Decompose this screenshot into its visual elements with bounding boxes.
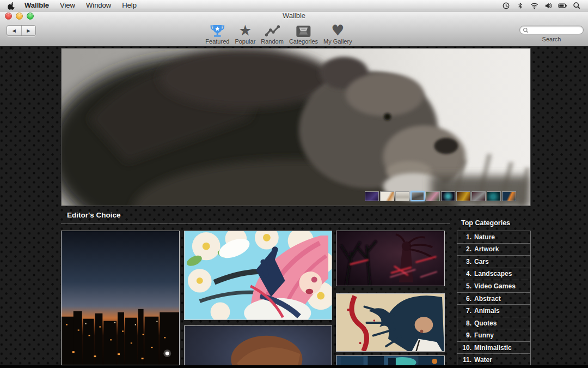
wifi-icon[interactable] bbox=[530, 1, 539, 10]
category-rank: 9. bbox=[457, 331, 471, 339]
tab-popular-label: Popular bbox=[235, 38, 255, 45]
trophy-icon bbox=[210, 21, 225, 38]
hero-thumbnail-3[interactable] bbox=[395, 191, 409, 201]
category-rank: 7. bbox=[457, 307, 471, 315]
category-funny[interactable]: 9.Funny bbox=[457, 329, 530, 341]
category-rank: 3. bbox=[457, 258, 471, 266]
category-label: Funny bbox=[474, 331, 494, 339]
screen: Wallble View Window Help bbox=[0, 0, 588, 368]
anime-pink-image bbox=[185, 231, 332, 319]
hero-thumbnail-6[interactable] bbox=[441, 191, 455, 201]
category-minimalistic[interactable]: 10.Minimalistic bbox=[457, 341, 530, 354]
toolbar: ◀ ▶ Featured ★ Popular bbox=[0, 21, 588, 46]
volume-icon[interactable] bbox=[544, 1, 553, 10]
battery-icon[interactable] bbox=[558, 1, 567, 10]
title-bar[interactable]: Wallble bbox=[0, 11, 588, 21]
category-rank: 11. bbox=[457, 356, 471, 364]
category-rank: 6. bbox=[457, 295, 471, 303]
tab-my-gallery-label: My Gallery bbox=[323, 38, 352, 45]
menu-window[interactable]: Window bbox=[81, 0, 117, 11]
back-button[interactable]: ◀ bbox=[7, 26, 22, 35]
editors-choice-heading: Editor's Choice bbox=[67, 211, 120, 219]
menu-bar: Wallble View Window Help bbox=[0, 0, 588, 11]
search-input[interactable] bbox=[530, 27, 579, 33]
hero-thumbnail-8[interactable] bbox=[471, 191, 486, 201]
category-label: Animals bbox=[474, 307, 500, 315]
content-area: Editor's Choice bbox=[0, 46, 588, 368]
wallpaper-sunset-city[interactable] bbox=[61, 231, 180, 365]
hero-thumbnail-1[interactable] bbox=[365, 191, 379, 201]
sunset-city-image bbox=[62, 231, 179, 365]
category-label: Artwork bbox=[474, 245, 499, 253]
hero-thumbnail-7[interactable] bbox=[456, 191, 470, 201]
lion-image bbox=[62, 49, 530, 206]
menu-view[interactable]: View bbox=[54, 0, 81, 11]
category-label: Nature bbox=[474, 233, 495, 241]
tab-categories[interactable]: Categories bbox=[289, 21, 318, 45]
category-rank: 10. bbox=[457, 344, 471, 352]
tab-featured-label: Featured bbox=[205, 38, 229, 45]
tab-featured[interactable]: Featured bbox=[205, 21, 229, 45]
hero-thumbnail-10[interactable] bbox=[502, 191, 516, 201]
category-label: Abstract bbox=[474, 295, 501, 303]
tray-icon bbox=[296, 21, 311, 38]
tab-random-label: Random bbox=[261, 38, 284, 45]
hero-thumbnail-strip bbox=[365, 191, 516, 201]
window-title: Wallble bbox=[0, 11, 588, 20]
wallpaper-anime-pink-hair[interactable] bbox=[184, 231, 332, 320]
demon-image bbox=[336, 231, 444, 286]
wallpaper-blue-hair-girl[interactable] bbox=[336, 293, 445, 352]
blue-hair-image bbox=[336, 294, 444, 351]
category-nature[interactable]: 1.Nature bbox=[457, 231, 530, 243]
category-rank: 5. bbox=[457, 282, 471, 290]
forward-button[interactable]: ▶ bbox=[22, 26, 36, 35]
search-field[interactable] bbox=[519, 26, 584, 34]
hero-thumbnail-4-selected[interactable] bbox=[411, 191, 425, 201]
spotlight-icon[interactable] bbox=[572, 1, 581, 10]
heart-icon: ♥ bbox=[331, 21, 344, 38]
star-icon: ★ bbox=[238, 21, 252, 38]
section-divider bbox=[61, 224, 450, 224]
category-label: Minimalistic bbox=[474, 344, 512, 352]
top-categories-heading: Top Categories bbox=[461, 219, 510, 227]
tab-popular[interactable]: ★ Popular bbox=[235, 21, 255, 45]
hero-thumbnail-9[interactable] bbox=[487, 191, 501, 201]
zigzag-icon bbox=[265, 21, 280, 38]
category-landscapes[interactable]: 4.Landscapes bbox=[457, 268, 530, 280]
hero-thumbnail-5[interactable] bbox=[426, 191, 440, 201]
menu-wallble[interactable]: Wallble bbox=[24, 0, 54, 11]
category-rank: 1. bbox=[457, 233, 471, 241]
category-artwork[interactable]: 2.Artwork bbox=[457, 243, 530, 256]
category-rank: 2. bbox=[457, 245, 471, 253]
menu-help[interactable]: Help bbox=[117, 0, 142, 11]
category-label: Water bbox=[474, 356, 492, 364]
category-water[interactable]: 11.Water bbox=[457, 353, 530, 366]
tab-my-gallery[interactable]: ♥ My Gallery bbox=[323, 21, 352, 45]
wallpaper-dark-demon[interactable] bbox=[336, 231, 445, 286]
category-rank: 4. bbox=[457, 270, 471, 277]
time-machine-icon[interactable] bbox=[501, 1, 511, 10]
category-label: Video Games bbox=[474, 282, 516, 290]
category-cars[interactable]: 3.Cars bbox=[457, 255, 530, 268]
apple-menu-icon[interactable] bbox=[8, 2, 16, 10]
category-video-games[interactable]: 5.Video Games bbox=[457, 280, 530, 292]
category-rank: 8. bbox=[457, 319, 471, 327]
top-categories-list: 1.Nature 2.Artwork 3.Cars 4.Landscapes 5… bbox=[457, 231, 531, 366]
status-icons bbox=[501, 1, 588, 10]
bottom-edge bbox=[0, 365, 588, 368]
search-label: Search bbox=[519, 36, 584, 43]
tab-random[interactable]: Random bbox=[261, 21, 284, 45]
tab-categories-label: Categories bbox=[289, 38, 318, 45]
wallpaper-portrait-glasses[interactable] bbox=[184, 325, 332, 368]
portrait-image bbox=[185, 326, 332, 368]
category-quotes[interactable]: 8.Quotes bbox=[457, 317, 530, 329]
window-chrome: Wallble ◀ ▶ Featured ★ Popular bbox=[0, 11, 588, 46]
hero-thumbnail-2[interactable] bbox=[380, 191, 394, 201]
category-animals[interactable]: 7.Animals bbox=[457, 304, 530, 317]
toolbar-tabs: Featured ★ Popular Random Categories bbox=[205, 21, 352, 45]
bluetooth-icon[interactable] bbox=[516, 1, 525, 10]
category-abstract[interactable]: 6.Abstract bbox=[457, 292, 530, 305]
featured-wallpaper-lion[interactable] bbox=[61, 48, 531, 206]
search-icon bbox=[523, 27, 529, 33]
category-label: Landscapes bbox=[474, 270, 512, 277]
